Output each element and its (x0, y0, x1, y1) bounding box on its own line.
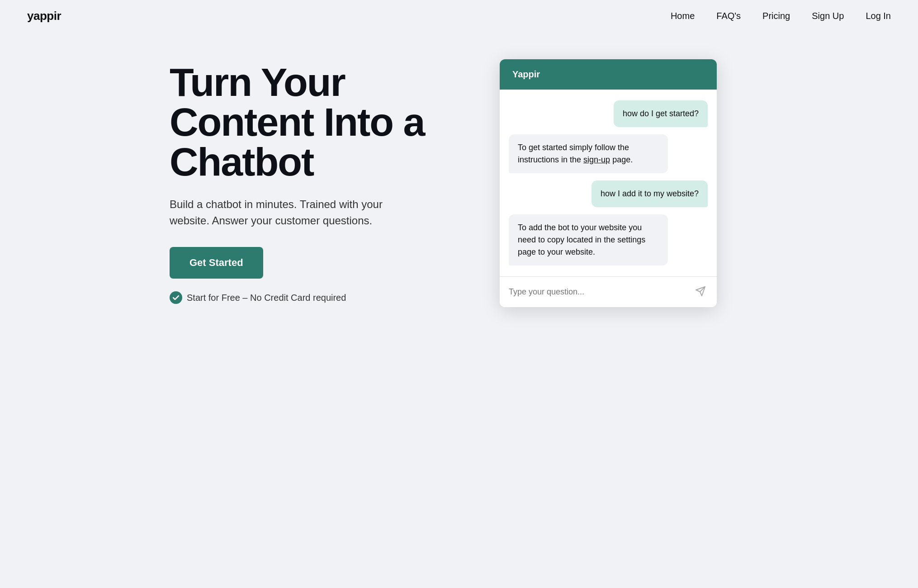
nav-item-home[interactable]: Home (671, 11, 695, 21)
signup-link[interactable]: sign-up (583, 155, 610, 164)
nav-item-faqs[interactable]: FAQ's (716, 11, 741, 21)
chat-header: Yappir (500, 59, 717, 90)
hero-right: Yappir how do I get started? To get star… (468, 59, 748, 307)
chat-message-2: To get started simply follow the instruc… (509, 134, 668, 173)
nav-item-signup[interactable]: Sign Up (812, 11, 844, 21)
chat-message-1: how do I get started? (614, 100, 708, 127)
chat-message-3: how I add it to my website? (591, 180, 708, 207)
send-icon (695, 286, 706, 298)
navbar: yappir Home FAQ's Pricing Sign Up Log In (0, 0, 918, 32)
free-note-text: Start for Free – No Credit Card required (187, 293, 346, 303)
hero-left: Turn Your Content Into a Chatbot Build a… (170, 62, 450, 304)
check-icon (170, 291, 182, 304)
nav-link-home[interactable]: Home (671, 11, 695, 21)
nav-link-login[interactable]: Log In (866, 11, 891, 21)
chat-widget: Yappir how do I get started? To get star… (500, 59, 717, 307)
get-started-button[interactable]: Get Started (170, 247, 263, 279)
site-logo[interactable]: yappir (27, 9, 61, 23)
chat-input-area (500, 276, 717, 307)
chat-messages: how do I get started? To get started sim… (500, 90, 717, 276)
hero-section: Turn Your Content Into a Chatbot Build a… (142, 32, 776, 343)
nav-link-pricing[interactable]: Pricing (762, 11, 790, 21)
chat-message-4: To add the bot to your website you need … (509, 214, 668, 266)
nav-item-login[interactable]: Log In (866, 11, 891, 21)
free-note: Start for Free – No Credit Card required (170, 291, 450, 304)
nav-link-faqs[interactable]: FAQ's (716, 11, 741, 21)
hero-title: Turn Your Content Into a Chatbot (170, 62, 450, 182)
nav-link-signup[interactable]: Sign Up (812, 11, 844, 21)
send-button[interactable] (693, 284, 708, 300)
nav-links: Home FAQ's Pricing Sign Up Log In (671, 11, 891, 21)
nav-item-pricing[interactable]: Pricing (762, 11, 790, 21)
chat-input[interactable] (509, 287, 693, 297)
hero-subtitle: Build a chatbot in minutes. Trained with… (170, 196, 387, 229)
